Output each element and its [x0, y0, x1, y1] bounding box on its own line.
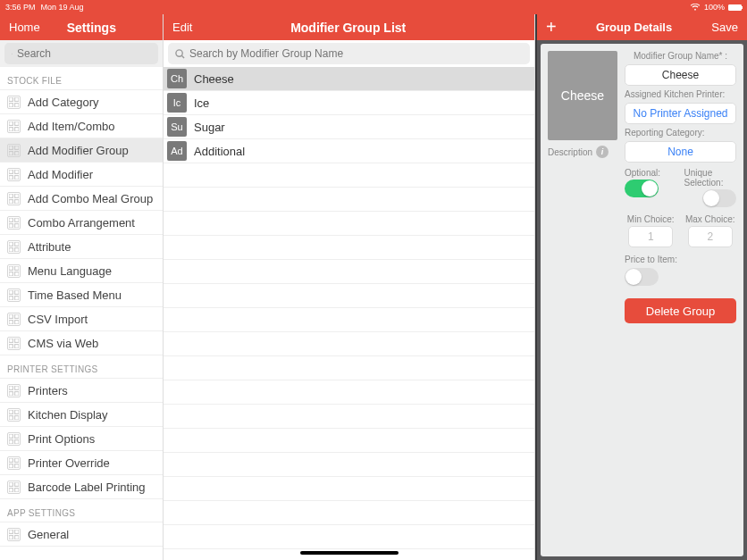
svg-rect-63 [15, 482, 19, 486]
nav-printers[interactable]: Printers [0, 379, 163, 403]
web-icon [7, 337, 21, 350]
svg-rect-58 [9, 458, 13, 462]
nav-time-based[interactable]: Time Based Menu [0, 283, 163, 307]
unique-toggle[interactable] [702, 189, 736, 207]
save-button[interactable]: Save [711, 21, 738, 34]
nav-add-modifier-group[interactable]: Add Modifier Group [0, 138, 163, 163]
svg-rect-43 [15, 339, 19, 342]
modifier-row[interactable]: AdAdditional [164, 139, 534, 163]
detail-panel: + Group Details Save Cheese Description … [535, 14, 747, 560]
modifier-row[interactable]: SuSugar [164, 115, 534, 139]
svg-rect-56 [9, 439, 13, 443]
printer-field[interactable]: No Printer Assigned [625, 103, 736, 124]
modifier-avatar: Ch [167, 69, 187, 88]
svg-rect-7 [15, 121, 19, 125]
svg-rect-62 [9, 482, 13, 486]
nav-csv-import[interactable]: CSV Import [0, 307, 163, 331]
info-icon[interactable]: i [596, 146, 609, 158]
modifier-row[interactable]: IcIce [164, 91, 534, 115]
svg-rect-18 [9, 194, 13, 197]
svg-rect-49 [15, 391, 19, 395]
list-title: Modifier Group List [192, 21, 504, 35]
name-value: Cheese [662, 69, 699, 81]
modifier-row[interactable]: ChCheese [164, 67, 534, 91]
svg-rect-13 [15, 151, 19, 155]
svg-rect-4 [9, 103, 13, 106]
svg-rect-33 [15, 272, 19, 275]
nav-label: Printers [28, 384, 68, 397]
nav-kds[interactable]: Kitchen Display [0, 403, 163, 427]
empty-row [164, 260, 534, 284]
nav-attribute[interactable]: Attribute [0, 235, 163, 259]
svg-rect-45 [15, 344, 19, 347]
svg-rect-21 [15, 199, 19, 203]
nav-general[interactable]: General [0, 522, 163, 547]
nav-barcode[interactable]: Barcode Label Printing [0, 475, 163, 499]
modifier-group-list[interactable]: ChCheeseIcIceSuSugarAdAdditional [164, 67, 534, 560]
svg-point-0 [12, 54, 13, 54]
add-button[interactable]: + [546, 17, 557, 38]
svg-rect-2 [9, 97, 13, 101]
nav-list[interactable]: STOCK FILEAdd CategoryAdd Item/ComboAdd … [0, 67, 163, 560]
svg-rect-3 [15, 97, 19, 101]
svg-rect-36 [9, 296, 13, 299]
category-field[interactable]: None [625, 141, 736, 163]
name-field[interactable]: Cheese [625, 64, 736, 86]
grid-icon [7, 96, 21, 109]
barcode-icon [7, 481, 21, 494]
svg-rect-25 [15, 223, 19, 227]
optional-toggle[interactable] [625, 180, 659, 197]
nav-menu-language[interactable]: Menu Language [0, 259, 163, 283]
svg-rect-44 [9, 344, 13, 347]
price-toggle[interactable] [625, 268, 659, 286]
svg-rect-35 [15, 290, 19, 294]
sidebar-search[interactable] [4, 43, 158, 64]
max-label: Max Choice: [685, 214, 735, 224]
thumbnail[interactable]: Cheese [548, 51, 617, 140]
edit-button[interactable]: Edit [172, 21, 192, 34]
modifier-avatar: Su [167, 117, 187, 137]
nav-combo-arrangement[interactable]: Combo Arrangement [0, 211, 163, 235]
svg-rect-55 [15, 434, 19, 438]
modifier-avatar: Ic [167, 93, 187, 113]
delete-button[interactable]: Delete Group [625, 298, 736, 323]
svg-rect-22 [9, 218, 13, 221]
sidebar-title: Settings [67, 21, 116, 35]
delete-label: Delete Group [646, 305, 715, 318]
status-time: 3:56 PM [5, 3, 36, 12]
empty-row [164, 236, 534, 260]
nav-add-modifier[interactable]: Add Modifier [0, 163, 163, 187]
printer-icon [7, 384, 21, 397]
nav-add-item[interactable]: Add Item/Combo [0, 114, 163, 138]
gear-icon [7, 528, 21, 541]
description-label: Description [548, 147, 592, 157]
nav-add-combo-meal[interactable]: Add Combo Meal Group [0, 187, 163, 211]
max-choice-field[interactable]: 2 [688, 226, 733, 247]
svg-rect-54 [9, 434, 13, 438]
nav-cms[interactable]: CMS via Web [0, 331, 163, 355]
empty-row [164, 163, 534, 188]
empty-row [164, 284, 534, 308]
home-button[interactable]: Home [9, 21, 40, 34]
empty-row [164, 380, 534, 405]
grid-icon [7, 192, 21, 205]
modifier-search-input[interactable] [189, 47, 523, 60]
printer-value: No Printer Assigned [633, 107, 727, 120]
empty-row [164, 308, 534, 332]
svg-rect-32 [9, 272, 13, 275]
modifier-search[interactable] [168, 43, 530, 64]
section-header-app: APP SETTINGS [0, 499, 163, 522]
min-choice-field[interactable]: 1 [628, 226, 673, 247]
svg-rect-48 [9, 391, 13, 395]
svg-rect-11 [15, 146, 19, 149]
svg-rect-8 [9, 127, 13, 130]
sidebar-search-input[interactable] [17, 47, 151, 60]
min-label: Min Choice: [627, 214, 675, 224]
nav-label: CMS via Web [28, 337, 98, 350]
price-label: Price to Item: [625, 255, 736, 264]
empty-row [164, 332, 534, 356]
nav-print-options[interactable]: Print Options [0, 427, 163, 451]
svg-rect-40 [9, 320, 13, 323]
nav-printer-override[interactable]: Printer Override [0, 451, 163, 475]
nav-add-category[interactable]: Add Category [0, 90, 163, 114]
